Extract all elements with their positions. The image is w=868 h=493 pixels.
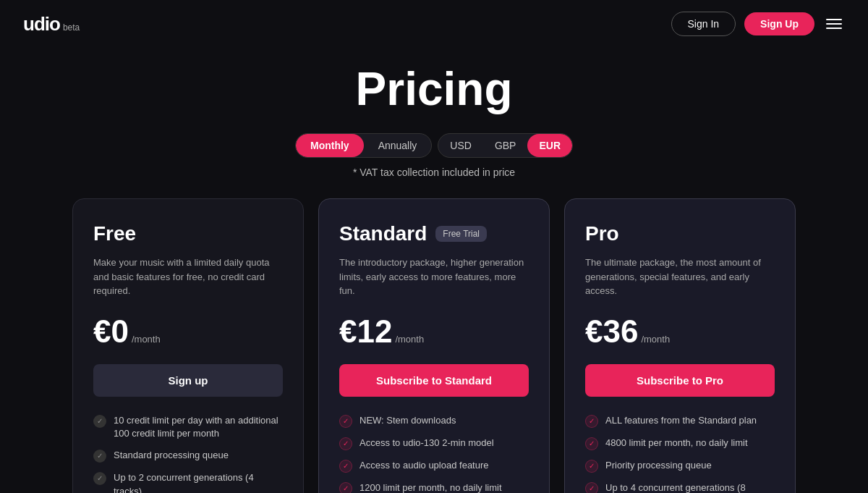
list-item: ✓ Standard processing queue (93, 449, 283, 463)
free-plan-price: €0 (93, 313, 129, 350)
check-icon: ✓ (93, 415, 106, 428)
list-item: ✓ ALL features from the Standard plan (585, 414, 775, 428)
free-plan-name: Free (93, 222, 136, 245)
list-item: ✓ Priority processing queue (585, 459, 775, 473)
main-content: Pricing Monthly Annually USD GBP EUR * V… (0, 48, 868, 493)
check-icon: ✓ (585, 437, 598, 450)
check-icon: ✓ (339, 460, 352, 473)
menu-icon-line3 (826, 28, 842, 29)
standard-plan-desc: The introductory package, higher generat… (339, 256, 529, 299)
menu-icon-line1 (826, 19, 842, 20)
feature-text: Priority processing queue (605, 459, 712, 472)
check-icon: ✓ (93, 450, 106, 463)
standard-plan-name: Standard (339, 222, 427, 245)
standard-features-list: ✓ NEW: Stem downloads ✓ Access to udio-1… (339, 414, 529, 493)
vat-note: * VAT tax collection included in price (29, 167, 839, 178)
header-actions: Sign In Sign Up (671, 12, 845, 36)
pro-plan-desc: The ultimate package, the most amount of… (585, 256, 775, 299)
feature-text: ALL features from the Standard plan (605, 414, 757, 427)
pro-plan-card: Pro The ultimate package, the most amoun… (564, 198, 796, 493)
annually-toggle[interactable]: Annually (364, 134, 432, 157)
pro-plan-price-row: €36 /month (585, 313, 775, 350)
eur-toggle[interactable]: EUR (527, 134, 572, 157)
list-item: ✓ Up to 2 concurrent generations (4 trac… (93, 471, 283, 493)
standard-plan-price: €12 (339, 313, 392, 350)
free-plan-desc: Make your music with a limited daily quo… (93, 256, 283, 299)
standard-cta-button[interactable]: Subscribe to Standard (339, 364, 529, 397)
free-features-list: ✓ 10 credit limit per day with an additi… (93, 414, 283, 493)
currency-toggle: USD GBP EUR (438, 133, 573, 158)
feature-text: NEW: Stem downloads (359, 414, 456, 427)
header: udio beta Sign In Sign Up (0, 0, 868, 48)
feature-text: 10 credit limit per day with an addition… (114, 414, 283, 440)
list-item: ✓ 10 credit limit per day with an additi… (93, 414, 283, 440)
logo-beta: beta (63, 22, 80, 33)
check-icon: ✓ (585, 415, 598, 428)
usd-toggle[interactable]: USD (438, 134, 483, 157)
check-icon: ✓ (585, 482, 598, 493)
feature-text: Access to audio upload feature (359, 459, 489, 472)
free-plan-header: Free (93, 222, 283, 245)
feature-text: Up to 4 concurrent generations (8 tracks… (605, 481, 775, 493)
check-icon: ✓ (339, 415, 352, 428)
check-icon: ✓ (93, 472, 106, 485)
signin-button[interactable]: Sign In (671, 12, 736, 36)
check-icon: ✓ (339, 437, 352, 450)
free-plan-period: /month (132, 334, 161, 345)
list-item: ✓ Access to udio-130 2-min model (339, 437, 529, 450)
menu-icon-line2 (826, 23, 842, 25)
free-trial-badge: Free Trial (435, 226, 487, 242)
billing-controls: Monthly Annually USD GBP EUR (29, 133, 839, 158)
page-title: Pricing (29, 62, 839, 116)
signup-button[interactable]: Sign Up (744, 12, 814, 35)
list-item: ✓ NEW: Stem downloads (339, 414, 529, 428)
standard-plan-header: Standard Free Trial (339, 222, 529, 245)
free-plan-price-row: €0 /month (93, 313, 283, 350)
list-item: ✓ 4800 limit per month, no daily limit (585, 437, 775, 450)
check-icon: ✓ (585, 460, 598, 473)
feature-text: Standard processing queue (114, 449, 229, 462)
pro-cta-button[interactable]: Subscribe to Pro (585, 364, 775, 397)
feature-text: Access to udio-130 2-min model (359, 437, 494, 450)
feature-text: Up to 2 concurrent generations (4 tracks… (114, 471, 283, 493)
check-icon: ✓ (339, 482, 352, 493)
list-item: ✓ 1200 limit per month, no daily limit (… (339, 481, 529, 493)
list-item: ✓ Up to 4 concurrent generations (8 trac… (585, 481, 775, 493)
free-cta-button[interactable]: Sign up (93, 364, 283, 397)
pricing-cards: Free Make your music with a limited dail… (29, 198, 839, 493)
pro-features-list: ✓ ALL features from the Standard plan ✓ … (585, 414, 775, 493)
pro-plan-header: Pro (585, 222, 775, 245)
logo: udio beta (23, 13, 80, 35)
free-plan-card: Free Make your music with a limited dail… (72, 198, 304, 493)
standard-plan-period: /month (395, 334, 424, 345)
gbp-toggle[interactable]: GBP (483, 134, 528, 157)
pro-plan-price: €36 (585, 313, 638, 350)
standard-plan-card: Standard Free Trial The introductory pac… (318, 198, 550, 493)
monthly-toggle[interactable]: Monthly (296, 134, 364, 157)
billing-toggle: Monthly Annually (295, 133, 432, 158)
feature-text: 1200 limit per month, no daily limit (NO… (359, 481, 529, 493)
pro-plan-period: /month (641, 334, 670, 345)
standard-plan-price-row: €12 /month (339, 313, 529, 350)
feature-text: 4800 limit per month, no daily limit (605, 437, 748, 450)
menu-button[interactable] (823, 16, 845, 32)
pro-plan-name: Pro (585, 222, 619, 245)
logo-text: udio (23, 13, 60, 35)
list-item: ✓ Access to audio upload feature (339, 459, 529, 473)
